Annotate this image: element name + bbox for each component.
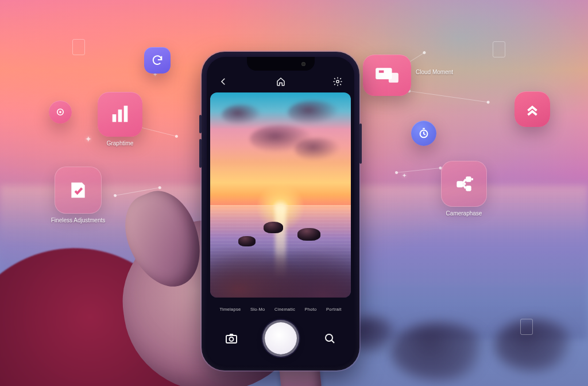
- svg-rect-13: [226, 335, 237, 343]
- tile-share[interactable]: [441, 161, 487, 207]
- svg-point-14: [230, 337, 234, 341]
- svg-rect-3: [118, 110, 122, 122]
- phone-screen: Timelapse Slo-Mo Cinematic Photo Portrai…: [207, 57, 354, 365]
- decorative-frame-icon: [520, 319, 533, 335]
- camera-mode[interactable]: Photo: [304, 307, 316, 312]
- target-icon: [55, 107, 65, 117]
- refresh-icon: [151, 54, 164, 67]
- scene-root: ✦ ✦ ✦ Graphtime Fineless Adjustments: [0, 0, 588, 386]
- connector-line: [138, 126, 177, 137]
- gear-icon: [332, 76, 343, 87]
- home-button[interactable]: [273, 74, 288, 89]
- camera-mode[interactable]: Timelapse: [219, 307, 241, 312]
- svg-rect-10: [466, 176, 471, 182]
- svg-point-12: [336, 80, 339, 83]
- camera-mode[interactable]: Slo-Mo: [250, 307, 265, 312]
- vf-cloud: [222, 105, 262, 125]
- decorative-frame-icon: [51, 322, 63, 338]
- share-nodes-icon: [453, 173, 475, 195]
- phone-volume-button: [199, 115, 202, 133]
- tile-analytics[interactable]: [98, 92, 142, 137]
- tile-target[interactable]: [49, 101, 72, 123]
- phone-volume-button: [199, 139, 202, 168]
- bar-chart-icon: [109, 103, 131, 126]
- tile-analytics-label: Graphtime: [98, 140, 142, 146]
- tile-share-label: Cameraphase: [436, 210, 492, 217]
- search-button[interactable]: [321, 330, 338, 347]
- sparkle-icon: ✦: [85, 134, 92, 144]
- vf-foreground-rocks: [210, 212, 351, 298]
- camera-mode-row: Timelapse Slo-Mo Cinematic Photo Portrai…: [207, 302, 354, 316]
- svg-rect-9: [457, 181, 463, 187]
- tile-upvote[interactable]: [514, 91, 550, 127]
- double-chevron-up-icon: [524, 101, 541, 118]
- svg-rect-4: [124, 106, 128, 122]
- camera-viewfinder[interactable]: [210, 92, 351, 298]
- vf-cloud: [295, 138, 341, 161]
- decorative-frame-icon: [493, 41, 505, 57]
- svg-rect-7: [379, 71, 384, 73]
- decorative-frame-icon: [72, 39, 85, 55]
- camera-mode[interactable]: Portrait: [326, 307, 342, 312]
- tile-adjust[interactable]: [55, 167, 102, 214]
- back-button[interactable]: [216, 74, 231, 89]
- timer-icon: [417, 127, 430, 140]
- background-rock: [390, 323, 488, 380]
- tile-adjust-label: Fineless Adjustments: [40, 217, 116, 223]
- tile-cloud-moment-label: Cloud Moment: [416, 69, 453, 75]
- chevron-left-icon: [218, 76, 229, 87]
- tile-timer[interactable]: [411, 121, 436, 146]
- phone-side-button: [359, 123, 362, 164]
- search-icon: [323, 331, 336, 345]
- sparkle-icon: ✦: [402, 172, 407, 179]
- devices-icon: [374, 65, 400, 85]
- connector-line: [396, 168, 441, 173]
- camera-mode[interactable]: Cinematic: [274, 307, 295, 312]
- svg-point-1: [59, 111, 61, 113]
- svg-rect-2: [113, 114, 117, 122]
- camera-icon: [225, 331, 238, 345]
- home-icon: [276, 76, 286, 87]
- phone-notch: [247, 57, 315, 71]
- svg-point-15: [326, 334, 332, 341]
- settings-button[interactable]: [330, 74, 345, 89]
- svg-rect-6: [389, 73, 399, 83]
- background-rock: [494, 319, 574, 371]
- phone: Timelapse Slo-Mo Cinematic Photo Portrai…: [202, 52, 359, 370]
- camera-topbar: [207, 72, 354, 91]
- note-check-icon: [67, 179, 90, 202]
- svg-rect-11: [466, 186, 471, 191]
- connector-line: [409, 91, 489, 102]
- shutter-button[interactable]: [265, 322, 297, 354]
- vf-cloud: [288, 101, 339, 125]
- gallery-button[interactable]: [223, 330, 240, 347]
- tile-refresh[interactable]: [144, 47, 171, 74]
- camera-bottombar: [207, 318, 354, 358]
- tile-cloud-moment[interactable]: [363, 55, 411, 96]
